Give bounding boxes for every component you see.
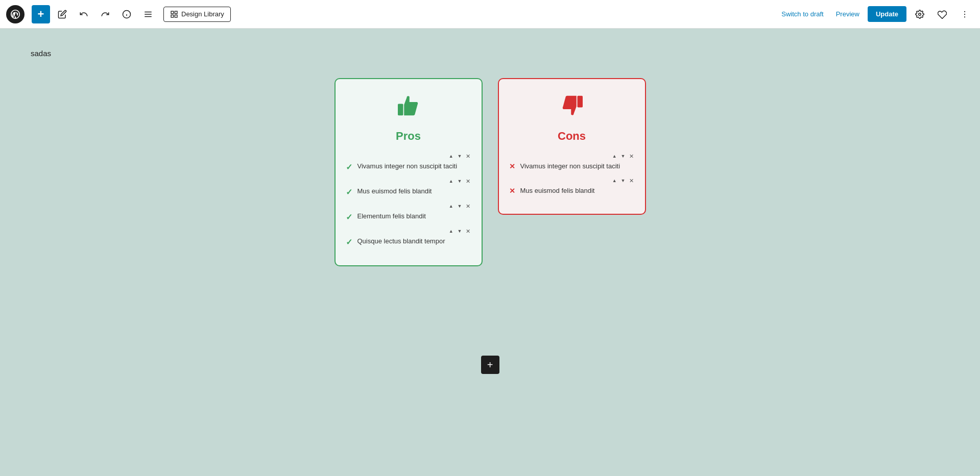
pros-check-icon-1: ✓ xyxy=(346,162,352,172)
pros-item-2-controls: ▲ ▼ ✕ xyxy=(346,178,471,185)
cons-list-item-2: ✕ Mus euismod felis blandit xyxy=(509,185,635,200)
cons-item-text-1: Vivamus integer non suscipit taciti xyxy=(520,161,620,171)
pros-title: Pros xyxy=(346,130,471,143)
page-title: sadas xyxy=(31,49,949,58)
list-view-button[interactable] xyxy=(139,5,157,23)
pros-item-1-wrapper: ▲ ▼ ✕ ✓ Vivamus integer non suscipit tac… xyxy=(346,153,471,176)
wp-logo-icon xyxy=(10,9,20,19)
pros-list-item-1: ✓ Vivamus integer non suscipit taciti xyxy=(346,160,471,176)
cons-item-2-controls: ▲ ▼ ✕ xyxy=(509,178,635,184)
plugins-icon xyxy=(938,10,947,19)
pros-item-2-down-button[interactable]: ▼ xyxy=(456,179,464,184)
pros-item-4-controls: ▲ ▼ ✕ xyxy=(346,228,471,235)
pros-item-3-controls: ▲ ▼ ✕ xyxy=(346,203,471,210)
add-block-bottom-button[interactable]: + xyxy=(481,356,499,374)
pros-item-2-up-button[interactable]: ▲ xyxy=(447,179,455,184)
cons-x-icon-1: ✕ xyxy=(509,162,515,170)
svg-rect-15 xyxy=(577,96,583,108)
edit-button[interactable] xyxy=(53,5,71,23)
design-library-label: Design Library xyxy=(181,10,224,18)
gear-icon xyxy=(915,10,924,19)
svg-rect-9 xyxy=(175,15,177,17)
pros-item-3-wrapper: ▲ ▼ ✕ ✓ Elementum felis blandit xyxy=(346,203,471,226)
update-button[interactable]: Update xyxy=(868,6,906,22)
more-options-icon xyxy=(960,10,969,19)
pros-item-4-up-button[interactable]: ▲ xyxy=(447,229,455,234)
svg-rect-14 xyxy=(398,104,403,116)
cons-item-1-controls: ▲ ▼ ✕ xyxy=(509,153,635,160)
pros-item-1-controls: ▲ ▼ ✕ xyxy=(346,153,471,160)
undo-icon xyxy=(79,10,88,19)
toolbar: + xyxy=(0,0,980,29)
svg-point-13 xyxy=(964,16,965,17)
svg-rect-7 xyxy=(175,11,177,14)
toolbar-right: Switch to draft Preview Update xyxy=(777,5,974,23)
pros-list-item-3: ✓ Elementum felis blandit xyxy=(346,210,471,226)
add-block-area: + xyxy=(481,356,499,374)
svg-rect-6 xyxy=(171,11,174,14)
redo-icon xyxy=(101,10,110,19)
cons-item-text-2: Mus euismod felis blandit xyxy=(520,186,595,196)
edit-icon xyxy=(58,10,67,19)
switch-to-draft-button[interactable]: Switch to draft xyxy=(777,7,827,21)
add-block-bottom-label: + xyxy=(487,359,493,371)
pros-item-2-wrapper: ▲ ▼ ✕ ✓ Mus euismod felis blandit xyxy=(346,178,471,201)
svg-point-10 xyxy=(919,13,921,15)
cons-item-1-down-button[interactable]: ▼ xyxy=(619,154,627,159)
thumbs-up-icon xyxy=(394,91,423,120)
redo-button[interactable] xyxy=(96,5,114,23)
svg-rect-8 xyxy=(171,15,174,17)
cons-x-icon-2: ✕ xyxy=(509,187,515,195)
pros-item-1-delete-button[interactable]: ✕ xyxy=(465,153,471,160)
cons-icon xyxy=(509,91,635,126)
pros-check-icon-2: ✓ xyxy=(346,187,352,197)
cons-title: Cons xyxy=(509,130,635,143)
pros-card: Pros ▲ ▼ ✕ ✓ Vivamus integer non suscipi… xyxy=(334,78,483,266)
plugins-button[interactable] xyxy=(933,5,951,23)
pros-item-text-3: Elementum felis blandit xyxy=(357,211,426,221)
more-options-button[interactable] xyxy=(955,5,974,23)
pros-item-4-down-button[interactable]: ▼ xyxy=(456,229,464,234)
pros-check-icon-4: ✓ xyxy=(346,237,352,247)
pros-item-4-delete-button[interactable]: ✕ xyxy=(465,228,471,235)
thumbs-down-icon xyxy=(558,91,586,120)
pros-item-2-delete-button[interactable]: ✕ xyxy=(465,178,471,185)
pros-item-1-down-button[interactable]: ▼ xyxy=(456,154,464,159)
info-button[interactable] xyxy=(117,5,136,23)
toolbar-left: + xyxy=(6,5,777,23)
cons-list-item-1: ✕ Vivamus integer non suscipit taciti xyxy=(509,160,635,176)
cards-container: Pros ▲ ▼ ✕ ✓ Vivamus integer non suscipi… xyxy=(31,78,949,266)
add-block-toolbar-button[interactable]: + xyxy=(32,5,50,23)
cons-item-2-wrapper: ▲ ▼ ✕ ✕ Mus euismod felis blandit xyxy=(509,178,635,200)
pros-item-1-up-button[interactable]: ▲ xyxy=(447,154,455,159)
cons-item-2-down-button[interactable]: ▼ xyxy=(619,178,627,184)
settings-button[interactable] xyxy=(911,5,929,23)
cons-item-1-wrapper: ▲ ▼ ✕ ✕ Vivamus integer non suscipit tac… xyxy=(509,153,635,176)
pros-item-4-wrapper: ▲ ▼ ✕ ✓ Quisque lectus blandit tempor xyxy=(346,228,471,251)
pros-item-text-1: Vivamus integer non suscipit taciti xyxy=(357,161,458,171)
design-library-icon xyxy=(170,10,178,18)
pros-item-3-up-button[interactable]: ▲ xyxy=(447,204,455,209)
pros-icon xyxy=(346,91,471,126)
cons-item-1-up-button[interactable]: ▲ xyxy=(611,154,618,159)
cons-item-2-delete-button[interactable]: ✕ xyxy=(628,178,635,184)
pros-check-icon-3: ✓ xyxy=(346,212,352,222)
cons-item-1-delete-button[interactable]: ✕ xyxy=(628,153,635,160)
design-library-button[interactable]: Design Library xyxy=(163,7,231,22)
pros-list-item-2: ✓ Mus euismod felis blandit xyxy=(346,185,471,201)
info-icon xyxy=(122,10,131,19)
cons-card: Cons ▲ ▼ ✕ ✕ Vivamus integer non suscipi… xyxy=(498,78,646,215)
cons-item-2-up-button[interactable]: ▲ xyxy=(611,178,618,184)
svg-point-12 xyxy=(964,13,965,14)
main-content: sadas Pros ▲ ▼ ✕ ✓ Viva xyxy=(0,29,980,476)
svg-point-11 xyxy=(964,11,965,12)
undo-button[interactable] xyxy=(75,5,93,23)
pros-item-text-2: Mus euismod felis blandit xyxy=(357,186,432,196)
preview-button[interactable]: Preview xyxy=(832,7,864,21)
wp-logo[interactable] xyxy=(6,5,25,23)
pros-item-3-delete-button[interactable]: ✕ xyxy=(465,203,471,210)
pros-list-item-4: ✓ Quisque lectus blandit tempor xyxy=(346,235,471,251)
pros-item-3-down-button[interactable]: ▼ xyxy=(456,204,464,209)
list-icon xyxy=(144,10,153,19)
pros-item-text-4: Quisque lectus blandit tempor xyxy=(357,236,445,246)
